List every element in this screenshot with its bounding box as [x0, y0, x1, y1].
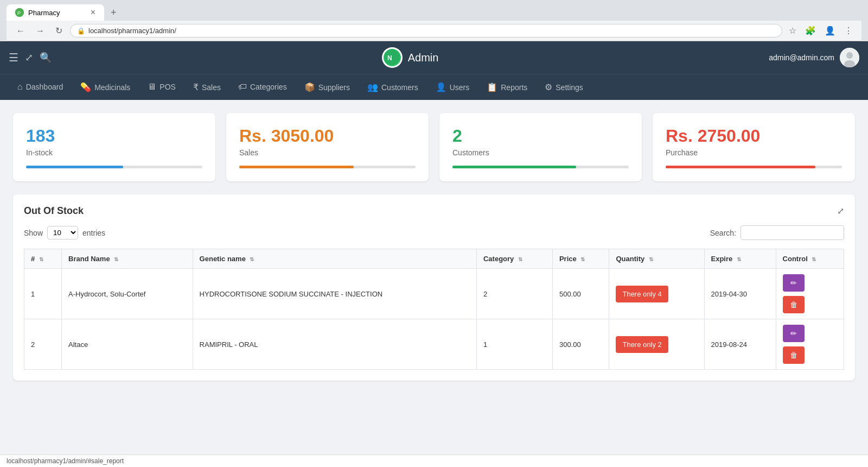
- col-header-0[interactable]: # ⇅: [24, 249, 62, 269]
- col-header-2[interactable]: Genetic name ⇅: [193, 249, 476, 269]
- nav-link-reports[interactable]: 📋Reports: [478, 74, 536, 100]
- nav-item-reports: 📋Reports: [478, 74, 536, 100]
- table-expand-icon[interactable]: ⤢: [837, 206, 844, 216]
- expand-icon[interactable]: ⤢: [25, 52, 33, 64]
- admin-email: admin@admin.com: [769, 53, 834, 62]
- nav-item-settings: ⚙Settings: [536, 74, 592, 100]
- search-box: Search:: [710, 225, 844, 240]
- more-icon[interactable]: ⋮: [842, 24, 855, 37]
- stat-bar-bg-1: [239, 166, 416, 168]
- search-icon[interactable]: 🔍: [40, 52, 52, 64]
- sort-icon-5: ⇅: [649, 256, 653, 262]
- stat-label-3: Purchase: [666, 148, 842, 157]
- nav-link-categories[interactable]: 🏷Categories: [229, 74, 296, 99]
- svg-point-5: [846, 52, 853, 59]
- stat-card-0: 183 In-stock: [13, 113, 215, 181]
- quantity-badge-0: There only 4: [616, 286, 668, 302]
- nav-link-customers[interactable]: 👥Customers: [359, 74, 427, 100]
- nav-item-users: 👤Users: [427, 74, 478, 100]
- quantity-badge-1: There only 2: [616, 336, 668, 353]
- delete-button-1[interactable]: 🗑: [783, 346, 805, 364]
- data-table: # ⇅Brand Name ⇅Genetic name ⇅Category ⇅P…: [24, 249, 844, 370]
- nav-item-categories: 🏷Categories: [229, 74, 296, 100]
- nav-back-button[interactable]: ←: [13, 25, 28, 37]
- cell-quantity-0: There only 4: [609, 269, 704, 319]
- nav-label-pos: POS: [159, 83, 176, 91]
- cell-price-1: 300.00: [552, 319, 609, 370]
- nav-label-settings: Settings: [556, 83, 583, 92]
- tab-close-button[interactable]: ×: [91, 8, 95, 17]
- cell-num-1: 2: [24, 319, 62, 370]
- sort-icon-4: ⇅: [580, 256, 585, 262]
- nav-item-customers: 👥Customers: [359, 74, 427, 100]
- nav-icon-categories: 🏷: [238, 82, 247, 92]
- browser-toolbar-icons: ☆ 🧩 👤 ⋮: [787, 24, 855, 37]
- nav-link-medicinals[interactable]: 💊Medicinals: [72, 74, 139, 100]
- url-bar[interactable]: 🔒 localhost/pharmacy1/admin/: [70, 24, 782, 37]
- table-controls: Show 10 25 50 100 entries Search:: [24, 225, 844, 240]
- col-header-7[interactable]: Control ⇅: [776, 249, 844, 269]
- col-header-1[interactable]: Brand Name ⇅: [62, 249, 193, 269]
- hamburger-icon[interactable]: ☰: [9, 51, 18, 64]
- nav-link-suppliers[interactable]: 📦Suppliers: [296, 74, 359, 100]
- edit-button-0[interactable]: ✏: [783, 274, 805, 292]
- stat-card-3: Rs. 2750.00 Purchase: [653, 113, 855, 181]
- show-entries-control: Show 10 25 50 100 entries: [24, 226, 105, 239]
- cell-category-0: 2: [476, 269, 552, 319]
- entries-label: entries: [82, 229, 105, 237]
- delete-button-0[interactable]: 🗑: [783, 296, 805, 313]
- nav-link-users[interactable]: 👤Users: [427, 74, 478, 100]
- browser-tab-active[interactable]: P Pharmacy ×: [7, 4, 104, 21]
- entries-select[interactable]: 10 25 50 100: [47, 226, 78, 239]
- nav-icon-medicinals: 💊: [80, 82, 91, 92]
- bookmark-icon[interactable]: ☆: [787, 24, 799, 37]
- cell-price-0: 500.00: [552, 269, 609, 319]
- col-header-3[interactable]: Category ⇅: [476, 249, 552, 269]
- lock-icon: 🔒: [77, 27, 85, 35]
- nav-link-pos[interactable]: 🖥POS: [139, 74, 184, 99]
- stat-bar-3: [666, 166, 815, 168]
- avatar[interactable]: [840, 48, 859, 67]
- nav-reload-button[interactable]: ↻: [52, 24, 66, 37]
- table-section: Out Of Stock ⤢ Show 10 25 50 100 entries…: [13, 194, 855, 381]
- extension-icon[interactable]: 🧩: [803, 24, 818, 37]
- cell-category-1: 1: [476, 319, 552, 370]
- col-header-5[interactable]: Quantity ⇅: [609, 249, 704, 269]
- nav-icon-users: 👤: [436, 82, 446, 92]
- edit-button-1[interactable]: ✏: [783, 325, 805, 342]
- nav-link-sales[interactable]: ₹Sales: [184, 74, 229, 100]
- nav-item-sales: ₹Sales: [184, 74, 229, 100]
- header-right: admin@admin.com: [769, 48, 859, 67]
- sort-icon-3: ⇅: [518, 256, 522, 262]
- sort-icon-7: ⇅: [812, 256, 816, 262]
- nav-forward-button[interactable]: →: [33, 25, 48, 37]
- nav-icon-pos: 🖥: [148, 82, 156, 92]
- stat-bar-bg-3: [666, 166, 842, 168]
- nav-link-dashboard[interactable]: ⌂Dashboard: [9, 74, 72, 99]
- app-logo-inner: N: [384, 49, 401, 66]
- nav-link-settings[interactable]: ⚙Settings: [536, 74, 592, 100]
- search-input[interactable]: [741, 225, 844, 240]
- browser-chrome: P Pharmacy × + ← → ↻ 🔒 localhost/pharmac…: [0, 0, 868, 41]
- cell-control-1: ✏ 🗑: [776, 319, 844, 370]
- new-tab-button[interactable]: +: [106, 5, 121, 21]
- col-header-6[interactable]: Expire ⇅: [704, 249, 776, 269]
- stat-card-1: Rs. 3050.00 Sales: [226, 113, 429, 181]
- sort-icon-2: ⇅: [250, 256, 254, 262]
- col-header-4[interactable]: Price ⇅: [552, 249, 609, 269]
- nav-label-suppliers: Suppliers: [318, 83, 350, 92]
- cell-genetic-1: RAMIPRIL - ORAL: [193, 319, 476, 370]
- tab-title: Pharmacy: [28, 9, 60, 17]
- stat-bar-1: [239, 166, 354, 168]
- nav-label-customers: Customers: [381, 83, 418, 92]
- main-nav: ⌂Dashboard💊Medicinals🖥POS₹Sales🏷Categori…: [0, 74, 868, 100]
- stat-value-0: 183: [26, 126, 202, 146]
- profile-icon[interactable]: 👤: [822, 24, 838, 37]
- nav-label-reports: Reports: [501, 83, 527, 92]
- url-text: localhost/pharmacy1/admin/: [88, 27, 176, 35]
- svg-text:P: P: [17, 10, 21, 16]
- stat-value-2: 2: [452, 126, 629, 146]
- app-logo: N: [382, 47, 403, 68]
- stat-bar-bg-2: [452, 166, 629, 168]
- nav-item-medicinals: 💊Medicinals: [72, 74, 139, 100]
